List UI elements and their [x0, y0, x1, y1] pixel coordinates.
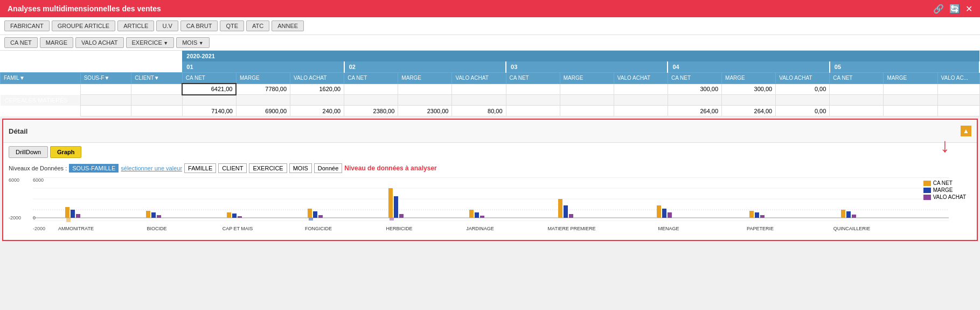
niveaux-exercice[interactable]: EXERCICE [249, 163, 287, 173]
svg-text:QUINCAILLERIE: QUINCAILLERIE [833, 226, 871, 231]
tab-graph[interactable]: Graph [50, 146, 81, 158]
svg-rect-31 [388, 188, 393, 218]
cell-cereales-client [131, 95, 183, 106]
niveaux-client[interactable]: CLIENT [218, 163, 247, 173]
cell-cereales-sf [80, 95, 131, 106]
filter-bar-1: FABRICANT GROUPE ARTICLE ARTICLE U.V CA … [0, 17, 980, 35]
niveaux-famille[interactable]: FAMILLE [184, 163, 216, 173]
niveaux-warning: Niveau de données à analyser [344, 164, 436, 172]
svg-text:JARDINAGE: JARDINAGE [466, 226, 494, 231]
refresh-icon[interactable]: 🔄 [949, 4, 960, 14]
filter-annee[interactable]: ANNEE [272, 20, 304, 31]
svg-rect-45 [760, 215, 764, 218]
col-02-ca-net: CA NET [344, 73, 398, 84]
svg-rect-33 [399, 214, 404, 218]
filter-groupe-article[interactable]: GROUPE ARTICLE [52, 20, 115, 31]
svg-rect-38 [564, 205, 568, 218]
filter-qte[interactable]: QTE [220, 20, 244, 31]
detail-title: Détail [9, 127, 27, 135]
svg-rect-37 [558, 199, 562, 218]
chart-svg: 6000 0 -2000 AMMONITRATE BIOCIDE CAP ET … [33, 177, 949, 231]
niveaux-active-item[interactable]: SOUS-FAMILLE [69, 164, 119, 173]
niveaux-donnee[interactable]: Donnée [314, 163, 343, 173]
dim-client[interactable]: CLIENT▼ [131, 73, 183, 84]
cell-engrais-01-canet: 7140,00 [182, 106, 236, 116]
cell-cereales-02-marge [398, 95, 452, 106]
svg-rect-39 [569, 214, 573, 218]
cell-aliments-02-valo [452, 84, 506, 95]
cell-aliments-02-canet [344, 84, 398, 95]
legend-label-ca-net: CA NET [933, 180, 953, 186]
filter-article[interactable]: ARTICLE [117, 20, 154, 31]
svg-rect-35 [475, 212, 479, 218]
svg-rect-21 [76, 214, 80, 218]
cell-cereales-03-marge [560, 95, 614, 106]
cell-engrais-03-marge [560, 106, 614, 116]
svg-rect-25 [227, 212, 231, 218]
cell-engrais-03-canet [506, 106, 560, 116]
cell-cereales-04-marge [722, 95, 776, 106]
svg-text:0: 0 [33, 215, 36, 221]
svg-rect-24 [157, 215, 161, 218]
cell-cereales-02-valo [452, 95, 506, 106]
chart-legend: CA NET MARGE VALO ACHAT [923, 180, 966, 200]
row-label-engrais[interactable]: ENGRAIS [1, 106, 81, 116]
svg-rect-29 [313, 211, 317, 218]
col-02-marge: MARGE [398, 73, 452, 84]
niveaux-mois[interactable]: MOIS [289, 163, 312, 173]
cell-aliments-01-canet[interactable]: 6421,00 [182, 84, 236, 95]
col-01-valo-achat: VALO ACHAT [290, 73, 344, 84]
row-label-aliments[interactable]: ALIMENTS [1, 84, 81, 95]
legend-label-valo-achat: VALO ACHAT [933, 194, 966, 200]
y-label-6000: 6000 [9, 177, 30, 183]
svg-text:MATIERE PREMIERE: MATIERE PREMIERE [548, 226, 596, 231]
cell-cereales-05-canet [830, 95, 884, 106]
filter-ca-brut[interactable]: CA BRUT [180, 20, 218, 31]
svg-rect-23 [151, 212, 156, 218]
filter-fabricant[interactable]: FABRICANT [4, 20, 50, 31]
col-03-valo-achat: VALO ACHAT [614, 73, 668, 84]
cell-engrais-04-marge: 264,00 [722, 106, 776, 116]
cell-cereales-01-marge [236, 95, 290, 106]
filter-uv[interactable]: U.V [156, 20, 178, 31]
filter-atc[interactable]: ATC [246, 20, 269, 31]
cell-cereales-04-valo [776, 95, 830, 106]
cell-aliments-05-canet [830, 84, 884, 95]
cell-aliments-01-marge: 7780,00 [236, 84, 290, 95]
dim-sous-famille[interactable]: SOUS-F▼ [80, 73, 131, 84]
svg-text:MENAGE: MENAGE [658, 226, 679, 231]
cell-cereales-05-marge [884, 95, 937, 106]
row-label-cereales[interactable]: CEREALES MATIERES [1, 95, 81, 106]
header-icons: 🔗 🔄 ✕ [933, 4, 972, 14]
month-02: 02 [344, 61, 506, 73]
niveaux-bar: Niveaux de Données : SOUS-FAMILLE sélect… [3, 161, 977, 175]
niveaux-select-link[interactable]: sélectionner une valeur [121, 165, 182, 171]
filter-ca-net[interactable]: CA NET [4, 37, 38, 48]
month-04: 04 [668, 61, 829, 73]
cell-engrais-05-canet [830, 106, 884, 116]
col-05-ca-net: CA NET [830, 73, 884, 84]
table-row: CEREALES MATIERES [1, 95, 980, 106]
filter-exercice[interactable]: EXERCICE [126, 37, 175, 48]
link-icon[interactable]: 🔗 [933, 4, 944, 14]
close-icon[interactable]: ✕ [965, 4, 972, 14]
month-03: 03 [506, 61, 668, 73]
filter-marge[interactable]: MARGE [40, 37, 73, 48]
app-header: Analyses multidimensionnelles des ventes… [0, 0, 980, 17]
cell-engrais-02-valo: 80,00 [452, 106, 506, 116]
legend-color-ca-net [923, 181, 931, 186]
collapse-button[interactable]: ▲ [961, 126, 971, 136]
cell-aliments-sf [80, 84, 131, 95]
tab-drilldown[interactable]: DrillDown [9, 146, 48, 158]
table-row: ENGRAIS 7140,00 6900,00 240,00 2380,00 2… [1, 106, 980, 116]
cell-aliments-03-valo [614, 84, 668, 95]
col-04-marge: MARGE [722, 73, 776, 84]
svg-text:BIOCIDE: BIOCIDE [147, 226, 166, 231]
cell-cereales-05-valo [937, 95, 979, 106]
col-02-valo-achat: VALO ACHAT [452, 73, 506, 84]
filter-mois[interactable]: MOIS [176, 37, 210, 48]
cell-engrais-01-marge: 6900,00 [236, 106, 290, 116]
cell-aliments-03-marge [560, 84, 614, 95]
filter-valo-achat[interactable]: VALO ACHAT [75, 37, 123, 48]
dim-famille[interactable]: FAMIL▼ [1, 73, 81, 84]
